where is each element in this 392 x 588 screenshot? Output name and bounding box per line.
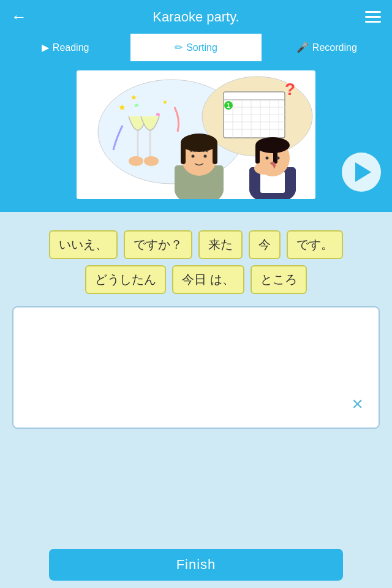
play-triangle-icon xyxy=(355,162,371,182)
word-chip-4[interactable]: 今 xyxy=(249,230,281,259)
word-chip-8[interactable]: ところ xyxy=(251,265,307,294)
menu-line-1 xyxy=(365,11,381,13)
svg-text:★: ★ xyxy=(130,93,137,102)
main-content: いいえ、 ですか？ 来た 今 です。 どうしたん 今日 は、 ところ × xyxy=(0,212,392,441)
clear-button[interactable]: × xyxy=(352,393,363,415)
tab-reading-label: Reading xyxy=(53,42,89,53)
word-chip-7[interactable]: 今日 は、 xyxy=(172,265,244,294)
tab-bar: ▶ Reading ✏ Sorting 🎤 Recording xyxy=(0,34,392,63)
drop-area[interactable]: × xyxy=(12,306,380,429)
illustration: ★ ★ ★ xyxy=(77,70,315,199)
word-chip-5[interactable]: です。 xyxy=(287,230,343,259)
svg-point-30 xyxy=(181,134,217,152)
word-chip-3[interactable]: 来た xyxy=(198,230,243,259)
menu-button[interactable] xyxy=(365,11,381,23)
word-chips-area: いいえ、 ですか？ 来た 今 です。 どうしたん 今日 は、 ところ xyxy=(12,230,380,294)
svg-point-42 xyxy=(266,157,269,160)
svg-rect-32 xyxy=(213,143,217,164)
svg-point-39 xyxy=(255,137,290,153)
tab-sorting-label: Sorting xyxy=(186,42,217,53)
svg-point-10 xyxy=(144,156,159,166)
page-title: Karaoke party. xyxy=(153,9,239,25)
menu-line-2 xyxy=(365,16,381,18)
svg-point-9 xyxy=(129,156,143,166)
svg-rect-40 xyxy=(255,145,260,164)
tab-sorting[interactable]: ✏ Sorting xyxy=(130,34,261,61)
svg-point-33 xyxy=(192,155,195,158)
mic-icon: 🎤 xyxy=(296,42,309,53)
back-button[interactable]: ← xyxy=(11,7,27,26)
finish-button[interactable]: Finish xyxy=(49,549,343,581)
svg-point-43 xyxy=(277,157,280,160)
illustration-svg: ★ ★ ★ xyxy=(77,70,315,199)
svg-rect-41 xyxy=(273,145,277,164)
tab-recording-label: Recording xyxy=(312,42,357,53)
pencil-icon: ✏ xyxy=(175,42,183,53)
play-icon: ▶ xyxy=(42,42,49,53)
finish-button-area: Finish xyxy=(0,541,392,588)
svg-text:1: 1 xyxy=(227,102,230,109)
svg-point-45 xyxy=(254,162,274,175)
word-chip-6[interactable]: どうしたん xyxy=(85,265,166,294)
svg-text:★: ★ xyxy=(162,99,168,105)
image-area: ★ ★ ★ xyxy=(0,63,392,209)
svg-point-34 xyxy=(204,155,207,158)
svg-text:★: ★ xyxy=(118,102,126,112)
svg-rect-31 xyxy=(181,143,186,164)
tab-recording[interactable]: 🎤 Recording xyxy=(262,34,392,61)
header: ← Karaoke party. xyxy=(0,0,392,34)
play-button[interactable] xyxy=(342,153,381,192)
menu-line-3 xyxy=(365,21,381,23)
word-chip-1[interactable]: いいえ、 xyxy=(49,230,118,259)
word-chip-2[interactable]: ですか？ xyxy=(124,230,192,259)
tab-reading[interactable]: ▶ Reading xyxy=(0,34,130,61)
svg-text:?: ? xyxy=(285,80,295,99)
